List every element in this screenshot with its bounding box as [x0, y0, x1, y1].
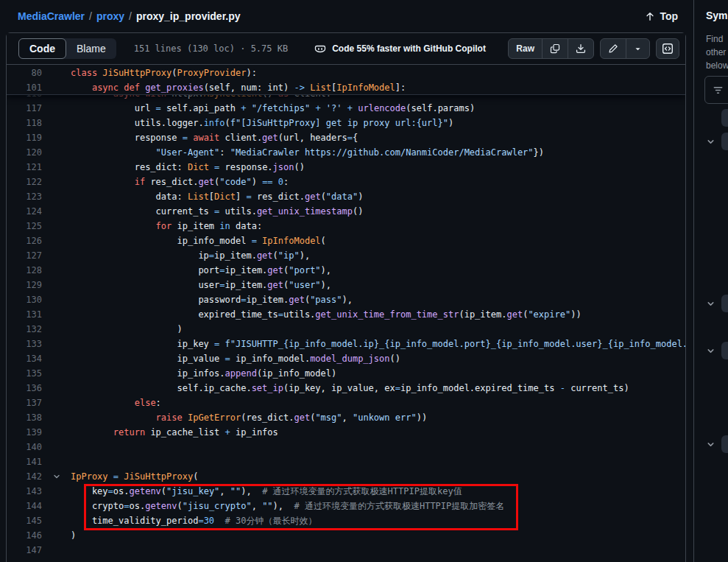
code-text: user=ip_item.get("user"),: [71, 278, 331, 292]
breadcrumb-repo-link[interactable]: MediaCrawler: [18, 10, 85, 22]
line-number[interactable]: 128: [7, 263, 42, 278]
code-line: 143 key=os.getenv("jisu_key", ""), # 通过环…: [7, 484, 685, 499]
line-number[interactable]: 101: [7, 80, 42, 95]
gutter: [42, 66, 71, 80]
code-line: 80class JiSuHttpProxy(ProxyProvider):: [7, 66, 685, 80]
tab-code[interactable]: Code: [18, 38, 66, 59]
code-text: else:: [71, 396, 161, 410]
code-blame-switcher: Code Blame: [18, 38, 116, 59]
code-scroll: 116 async with httpx.AsyncClient() as cl…: [7, 86, 685, 558]
line-number[interactable]: 141: [7, 454, 42, 469]
chevron-down-icon[interactable]: [704, 438, 716, 450]
chevron-down-icon[interactable]: [704, 136, 716, 147]
code-text: class JiSuHttpProxy(ProxyProvider):: [71, 66, 257, 80]
gutter: [42, 189, 71, 204]
code-text: crypto=os.getenv("jisu_crypto", ""), # 通…: [71, 499, 504, 513]
download-icon: [576, 43, 586, 54]
line-number[interactable]: 125: [7, 219, 42, 233]
code-line: 128 port=ip_item.get("port"),: [7, 263, 685, 278]
line-number[interactable]: 80: [7, 66, 42, 80]
code-line: 122 if res_dict.get("code") == 0:: [7, 175, 685, 189]
line-number[interactable]: 122: [7, 175, 42, 189]
code-line: 135 ip_infos.append(ip_info_model): [7, 366, 685, 381]
edit-button[interactable]: [601, 39, 626, 58]
code-line: 142IpProxy = JiSuHttpProxy(: [7, 469, 685, 484]
code-text: ): [71, 528, 76, 543]
line-number[interactable]: 135: [7, 366, 42, 381]
line-number[interactable]: 132: [7, 322, 42, 337]
gutter: [42, 351, 71, 366]
fold-chevron-icon[interactable]: [42, 469, 71, 484]
chevron-down-icon: [634, 45, 642, 53]
filter-button[interactable]: [704, 76, 728, 104]
line-number[interactable]: 146: [7, 528, 42, 543]
code-area: 116 async with httpx.AsyncClient() as cl…: [7, 66, 685, 562]
symbols-panel-toggle-button[interactable]: [656, 38, 679, 59]
gutter: [42, 160, 71, 175]
code-line: 117 url = self.api_path + "/fetchips" + …: [7, 101, 685, 116]
file-view-panel: Code Blame 151 lines (130 loc) · 5.75 KB…: [6, 32, 686, 562]
gutter: [42, 528, 71, 543]
line-number[interactable]: 133: [7, 337, 42, 351]
line-number[interactable]: 120: [7, 145, 42, 160]
copy-button[interactable]: [542, 39, 568, 58]
chevron-down-icon[interactable]: [704, 345, 716, 356]
line-number[interactable]: 139: [7, 425, 42, 440]
line-number[interactable]: 136: [7, 381, 42, 396]
symbols-heading: Symbols: [706, 10, 728, 21]
download-button[interactable]: [568, 39, 593, 58]
edit-dropdown-button[interactable]: [626, 39, 649, 58]
line-number[interactable]: 147: [7, 543, 42, 558]
code-text: key=os.getenv("jisu_key", ""), # 通过环境变量的…: [71, 484, 462, 499]
copilot-banner[interactable]: Code 55% faster with GitHub Copilot: [314, 43, 486, 55]
code-line: 124 current_ts = utils.get_unix_timestam…: [7, 204, 685, 219]
symbol-item[interactable]: [721, 295, 728, 312]
line-number[interactable]: 129: [7, 278, 42, 292]
gutter: [42, 233, 71, 248]
gutter: [42, 337, 71, 351]
gutter: [42, 175, 71, 189]
line-number[interactable]: 119: [7, 130, 42, 145]
symbols-description-line: other: [706, 46, 728, 59]
code-line: 125 for ip_item in data:: [7, 219, 685, 233]
line-number[interactable]: 137: [7, 396, 42, 410]
breadcrumb-separator: /: [89, 10, 92, 22]
gutter: [42, 425, 71, 440]
code-line: 136 self.ip_cache.set_ip(ip_key, ip_valu…: [7, 381, 685, 396]
gutter: [42, 440, 71, 454]
symbol-item[interactable]: [721, 342, 728, 359]
line-number[interactable]: 144: [7, 499, 42, 513]
gutter: [42, 80, 71, 95]
line-number[interactable]: 143: [7, 484, 42, 499]
line-number[interactable]: 123: [7, 189, 42, 204]
symbol-item[interactable]: [721, 133, 728, 150]
line-number[interactable]: 130: [7, 292, 42, 307]
line-number[interactable]: 121: [7, 160, 42, 175]
symbol-item[interactable]: [721, 109, 728, 127]
line-number[interactable]: 138: [7, 410, 42, 425]
file-toolbar: Code Blame 151 lines (130 loc) · 5.75 KB…: [7, 33, 685, 65]
back-to-top-button[interactable]: Top: [645, 10, 678, 22]
line-number[interactable]: 124: [7, 204, 42, 219]
code-text: raise IpGetError(res_dict.get("msg", "un…: [71, 410, 427, 425]
line-number[interactable]: 145: [7, 513, 42, 528]
line-number[interactable]: 126: [7, 233, 42, 248]
line-number[interactable]: 117: [7, 101, 42, 116]
line-number[interactable]: 127: [7, 248, 42, 263]
line-number[interactable]: 118: [7, 116, 42, 130]
symbol-item[interactable]: [721, 435, 728, 453]
code-line: 134 ip_value = ip_info_model.model_dump_…: [7, 351, 685, 366]
raw-button[interactable]: Raw: [509, 39, 542, 58]
breadcrumb-folder-link[interactable]: proxy: [96, 10, 124, 22]
code-line: 141: [7, 454, 685, 469]
line-number[interactable]: 142: [7, 469, 42, 484]
line-number[interactable]: 134: [7, 351, 42, 366]
code-text: ip_value = ip_info_model.model_dump_json…: [71, 351, 400, 366]
line-number[interactable]: 131: [7, 307, 42, 322]
file-meta-info: 151 lines (130 loc) · 5.75 KB: [134, 43, 289, 54]
code-line: 120 "User-Agent": "MediaCrawler https://…: [7, 145, 685, 160]
gutter: [42, 130, 71, 145]
line-number[interactable]: 140: [7, 440, 42, 454]
tab-blame[interactable]: Blame: [66, 38, 116, 59]
chevron-down-icon[interactable]: [704, 298, 716, 309]
